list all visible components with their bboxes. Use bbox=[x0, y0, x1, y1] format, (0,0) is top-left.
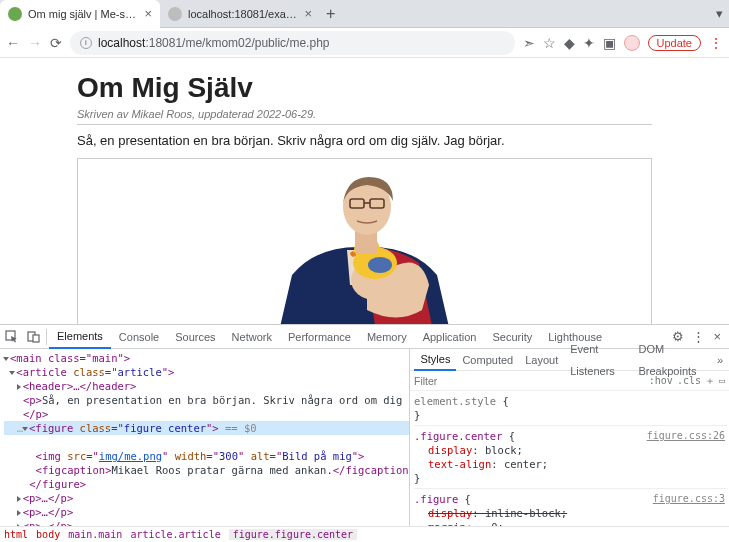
devtools-tab-elements[interactable]: Elements bbox=[49, 325, 111, 349]
forward-icon[interactable]: → bbox=[28, 35, 42, 51]
back-icon[interactable]: ← bbox=[6, 35, 20, 51]
browser-tab-inactive[interactable]: localhost:18081/example/ × bbox=[160, 0, 320, 28]
devtools-tab-application[interactable]: Application bbox=[415, 325, 485, 349]
browser-tab-active[interactable]: Om mig själv | Me-sidan × bbox=[0, 0, 160, 28]
star-icon[interactable]: ☆ bbox=[543, 35, 556, 51]
close-icon[interactable]: × bbox=[713, 329, 721, 344]
tab-title: localhost:18081/example/ bbox=[188, 8, 298, 20]
hov-toggle[interactable]: :hov bbox=[649, 375, 673, 386]
inspect-icon[interactable] bbox=[0, 330, 22, 343]
update-button[interactable]: Update bbox=[648, 35, 701, 51]
tab-close-icon[interactable]: × bbox=[304, 6, 312, 21]
element-style-rule[interactable]: element.style {} bbox=[414, 393, 727, 426]
css-rule[interactable]: figure.css:3 .figure { display: inline-b… bbox=[414, 491, 727, 526]
intro-paragraph: Så, en presentation en bra början. Skriv… bbox=[77, 133, 652, 148]
panel-icon[interactable]: ▣ bbox=[603, 35, 616, 51]
info-icon[interactable]: i bbox=[80, 37, 92, 49]
browser-toolbar: ← → ⟳ i localhost:18081/me/kmom02/public… bbox=[0, 28, 729, 58]
css-rule[interactable]: figure.css:26 .figure.center { display: … bbox=[414, 428, 727, 489]
styles-tab-bar: Styles Computed Layout Event Listeners D… bbox=[410, 349, 729, 371]
devtools-tab-network[interactable]: Network bbox=[224, 325, 280, 349]
styles-tab-styles[interactable]: Styles bbox=[414, 349, 456, 371]
tab-favicon bbox=[168, 7, 182, 21]
share-icon[interactable]: ➣ bbox=[523, 35, 535, 51]
reload-icon[interactable]: ⟳ bbox=[50, 35, 62, 51]
browser-tab-bar: Om mig själv | Me-sidan × localhost:1808… bbox=[0, 0, 729, 28]
new-tab-button[interactable]: + bbox=[326, 5, 335, 23]
styles-panel-toggle-icon[interactable]: ▭ bbox=[719, 375, 725, 386]
tab-title: Om mig själv | Me-sidan bbox=[28, 8, 138, 20]
byline: Skriven av Mikael Roos, uppdaterad 2022-… bbox=[77, 108, 652, 120]
styles-rules[interactable]: element.style {} figure.css:26 .figure.c… bbox=[410, 391, 729, 526]
svg-rect-12 bbox=[33, 335, 39, 342]
devtools-panel: Elements Console Sources Network Perform… bbox=[0, 324, 729, 542]
devtools-tab-memory[interactable]: Memory bbox=[359, 325, 415, 349]
devtools-tab-security[interactable]: Security bbox=[484, 325, 540, 349]
styles-tab-layout[interactable]: Layout bbox=[519, 349, 564, 371]
cls-toggle[interactable]: .cls bbox=[677, 375, 701, 386]
devtools-tab-console[interactable]: Console bbox=[111, 325, 167, 349]
extension-icon[interactable]: ◆ bbox=[564, 35, 575, 51]
elements-breadcrumb[interactable]: html body main.main article.article figu… bbox=[0, 526, 729, 542]
new-style-rule-icon[interactable]: ＋ bbox=[705, 374, 715, 388]
styles-filter-row: :hov .cls ＋ ▭ bbox=[410, 371, 729, 391]
css-source-link[interactable]: figure.css:3 bbox=[653, 492, 725, 506]
avatar[interactable] bbox=[624, 35, 640, 51]
puzzle-icon[interactable]: ✦ bbox=[583, 35, 595, 51]
device-toolbar-icon[interactable] bbox=[22, 330, 44, 343]
page-title: Om Mig Själv bbox=[77, 72, 652, 104]
url-port: :18081 bbox=[145, 36, 182, 50]
styles-filter-input[interactable] bbox=[414, 375, 645, 387]
person-image bbox=[247, 165, 482, 324]
kebab-menu-icon[interactable]: ⋮ bbox=[709, 35, 723, 51]
styles-tab-more-icon[interactable]: » bbox=[711, 349, 729, 371]
page-viewport: Om Mig Själv Skriven av Mikael Roos, upp… bbox=[0, 58, 729, 324]
address-bar[interactable]: i localhost:18081/me/kmom02/public/me.ph… bbox=[70, 31, 515, 55]
url-host: localhost bbox=[98, 36, 145, 50]
devtools-tab-sources[interactable]: Sources bbox=[167, 325, 223, 349]
styles-pane: Styles Computed Layout Event Listeners D… bbox=[409, 349, 729, 526]
url-path: /me/kmom02/public/me.php bbox=[182, 36, 329, 50]
figure bbox=[77, 158, 652, 324]
tab-favicon bbox=[8, 7, 22, 21]
chevron-down-icon[interactable]: ▾ bbox=[716, 6, 723, 21]
svg-point-4 bbox=[368, 257, 392, 273]
tab-close-icon[interactable]: × bbox=[144, 6, 152, 21]
elements-tree[interactable]: <main class="main"> <article class="arti… bbox=[0, 349, 409, 526]
styles-tab-computed[interactable]: Computed bbox=[456, 349, 519, 371]
devtools-tab-performance[interactable]: Performance bbox=[280, 325, 359, 349]
css-source-link[interactable]: figure.css:26 bbox=[647, 429, 725, 443]
